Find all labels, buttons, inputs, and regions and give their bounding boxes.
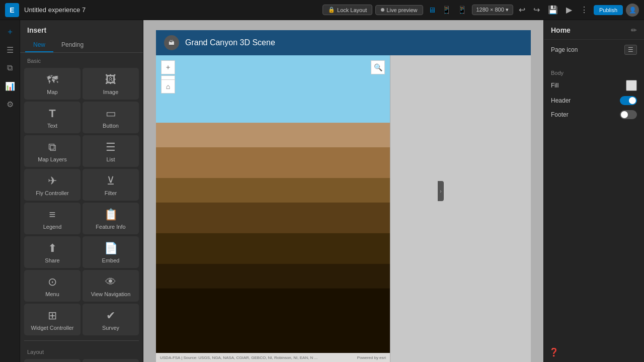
section-layout-label: Layout bbox=[20, 344, 143, 357]
tab-pending[interactable]: Pending bbox=[53, 38, 92, 52]
fill-color-swatch[interactable] bbox=[626, 80, 637, 91]
experience-title: Untitled experience 7 bbox=[24, 6, 317, 14]
sidebar-settings-icon[interactable]: ⚙ bbox=[3, 97, 18, 112]
insert-panel-header: Insert bbox=[20, 20, 143, 38]
insert-tabs: New Pending bbox=[20, 38, 143, 53]
insert-panel: Insert New Pending Basic 🗺 Map 🖼 Image T… bbox=[20, 20, 143, 362]
widget-filter[interactable]: ⊻ Filter bbox=[83, 169, 139, 201]
topbar-actions: 🔒 Lock Layout Live preview 🖥 📱 📱 1280 × … bbox=[323, 4, 639, 17]
collapse-panel-handle[interactable]: › bbox=[438, 181, 444, 201]
footer-toggle[interactable] bbox=[620, 110, 637, 119]
widget-menu-label: Menu bbox=[45, 291, 59, 297]
map-attribution: USDA-FSA | Source: USGS, NGA, NASA, CGIA… bbox=[160, 355, 317, 360]
tab-new[interactable]: New bbox=[25, 38, 53, 52]
widget-feature-info[interactable]: 📋 Feature Info bbox=[83, 203, 139, 234]
topbar: E Untitled experience 7 🔒 Lock Layout Li… bbox=[0, 0, 644, 20]
widget-embed-label: Embed bbox=[102, 257, 120, 263]
list-icon: ☰ bbox=[106, 141, 116, 154]
sidebar-pages-icon[interactable]: ☰ bbox=[3, 42, 18, 57]
fill-label: Fill bbox=[551, 82, 558, 89]
publish-button[interactable]: Publish bbox=[594, 5, 623, 15]
widget-button-label: Button bbox=[103, 123, 119, 129]
widget-fly-controller-label: Fly Controller bbox=[36, 190, 68, 196]
map-footer: USDA-FSA | Source: USGS, NGA, NASA, CGIA… bbox=[156, 353, 390, 362]
experience-header-title: Grand Canyon 3D Scene bbox=[185, 38, 275, 47]
fill-row: Fill bbox=[551, 80, 637, 91]
experience-header-icon: 🏔 bbox=[164, 35, 179, 50]
sidebar-data-icon[interactable]: 📊 bbox=[3, 78, 18, 94]
right-panel-title: Home bbox=[551, 26, 571, 34]
widget-image[interactable]: 🖼 Image bbox=[83, 68, 139, 100]
sidebar-layers-icon[interactable]: ⧉ bbox=[3, 60, 18, 75]
layout-split[interactable]: ⊟ bbox=[83, 359, 139, 362]
widget-map-layers[interactable]: ⧉ Map Layers bbox=[24, 135, 80, 167]
tablet-icon[interactable]: 📱 bbox=[440, 5, 453, 16]
experience-body: ＋ － ⌂ 🔍 USDA-FSA | Source: USGS, NGA, NA… bbox=[156, 55, 531, 362]
widget-menu[interactable]: ⊙ Menu bbox=[24, 270, 80, 302]
map-home-button[interactable]: ⌂ bbox=[161, 79, 175, 94]
fly-controller-icon: ✈ bbox=[48, 174, 57, 188]
right-panel: Home ✏ Page icon ☰ Body Fill Header Foot… bbox=[543, 20, 644, 362]
view-navigation-icon: 👁 bbox=[105, 276, 116, 289]
redo-button[interactable]: ↪ bbox=[531, 4, 542, 16]
widget-map-layers-label: Map Layers bbox=[38, 156, 66, 162]
widget-text-label: Text bbox=[47, 123, 57, 129]
mobile-icon[interactable]: 📱 bbox=[455, 5, 469, 16]
widget-controller-icon: ⊞ bbox=[48, 309, 57, 322]
map-side-panel bbox=[390, 55, 531, 362]
body-section: Body Fill Header Footer bbox=[544, 65, 644, 129]
preview-dot bbox=[381, 8, 384, 12]
widget-grid: 🗺 Map 🖼 Image T Text ▭ Button ⧉ Map Laye… bbox=[20, 66, 143, 337]
widget-fly-controller[interactable]: ✈ Fly Controller bbox=[24, 169, 80, 201]
save-button[interactable]: 💾 bbox=[545, 4, 560, 16]
header-toggle[interactable] bbox=[620, 96, 637, 105]
widget-share-label: Share bbox=[45, 257, 59, 263]
widget-text[interactable]: T Text bbox=[24, 102, 80, 133]
legend-icon: ≡ bbox=[49, 208, 56, 221]
page-icon-button[interactable]: ☰ bbox=[624, 45, 637, 55]
map-layers-icon: ⧉ bbox=[48, 141, 56, 154]
widget-map[interactable]: 🗺 Map bbox=[24, 68, 80, 100]
share-icon: ⬆ bbox=[48, 242, 57, 255]
layout-divider bbox=[24, 340, 139, 341]
more-options-button[interactable]: ⋮ bbox=[578, 4, 591, 16]
header-row: Header bbox=[551, 96, 637, 105]
play-button[interactable]: ▶ bbox=[564, 4, 575, 16]
widget-view-navigation-label: View Navigation bbox=[91, 291, 131, 297]
map-container[interactable]: ＋ － ⌂ 🔍 USDA-FSA | Source: USGS, NGA, NA… bbox=[156, 55, 390, 362]
zoom-in-button[interactable]: ＋ bbox=[161, 60, 175, 74]
desktop-icon[interactable]: 🖥 bbox=[426, 5, 438, 15]
map-search-button[interactable]: 🔍 bbox=[371, 60, 385, 74]
user-avatar[interactable]: 👤 bbox=[626, 4, 639, 17]
lock-layout-button[interactable]: 🔒 Lock Layout bbox=[323, 5, 372, 15]
section-basic-label: Basic bbox=[20, 53, 143, 66]
feature-info-icon: 📋 bbox=[104, 208, 118, 221]
text-icon: T bbox=[49, 107, 55, 120]
widget-filter-label: Filter bbox=[105, 190, 117, 196]
widget-survey[interactable]: ✔ Survey bbox=[83, 304, 139, 335]
live-preview-button[interactable]: Live preview bbox=[375, 5, 423, 15]
page-icon-label: Page icon bbox=[551, 46, 578, 53]
footer-label: Footer bbox=[551, 111, 569, 118]
resolution-button[interactable]: 1280 × 800 ▾ bbox=[472, 5, 513, 15]
body-section-label: Body bbox=[551, 70, 637, 76]
widget-embed[interactable]: 📄 Embed bbox=[83, 236, 139, 268]
help-icon[interactable]: ❓ bbox=[549, 347, 559, 357]
widget-list[interactable]: ☰ List bbox=[83, 135, 139, 167]
edit-icon[interactable]: ✏ bbox=[631, 26, 637, 34]
page-icon-row: Page icon ☰ bbox=[551, 45, 637, 55]
sidebar-insert-icon[interactable]: ＋ bbox=[3, 24, 18, 39]
widget-legend[interactable]: ≡ Legend bbox=[24, 203, 80, 234]
widget-button[interactable]: ▭ Button bbox=[83, 102, 139, 133]
experience-frame: 🏔 Grand Canyon 3D Scene bbox=[156, 30, 531, 362]
header-label: Header bbox=[551, 97, 571, 104]
app-logo: E bbox=[5, 3, 19, 17]
undo-button[interactable]: ↩ bbox=[516, 4, 528, 16]
experience-header: 🏔 Grand Canyon 3D Scene bbox=[156, 30, 531, 55]
widget-share[interactable]: ⬆ Share bbox=[24, 236, 80, 268]
widget-widget-controller[interactable]: ⊞ Widget Controller bbox=[24, 304, 80, 335]
layout-single[interactable]: ▭ bbox=[24, 359, 80, 362]
image-icon: 🖼 bbox=[105, 73, 116, 86]
menu-icon: ⊙ bbox=[48, 276, 57, 289]
widget-view-navigation[interactable]: 👁 View Navigation bbox=[83, 270, 139, 302]
